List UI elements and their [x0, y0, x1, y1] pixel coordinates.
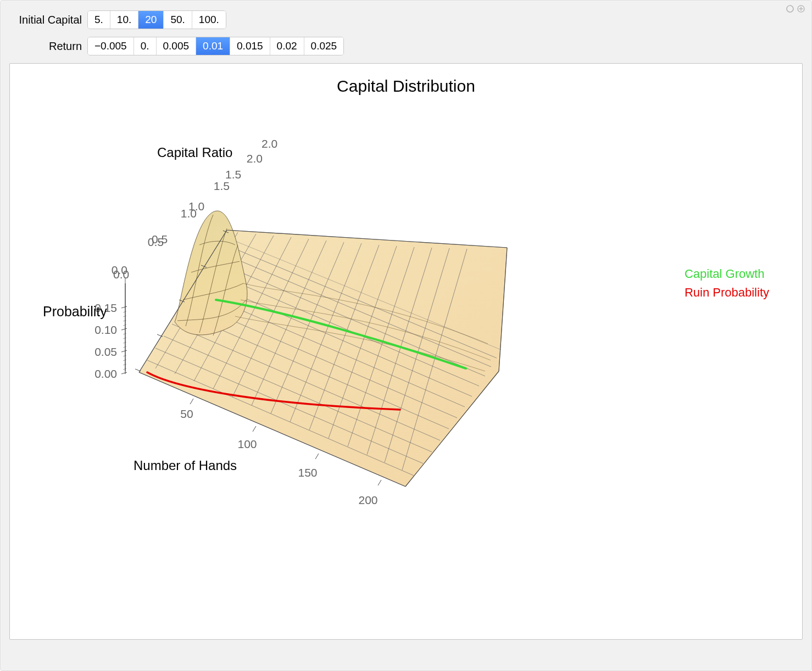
y-axis-label: Capital Ratio: [157, 145, 232, 160]
svg-line-42: [121, 350, 127, 352]
svg-line-52: [123, 333, 126, 334]
return-option[interactable]: 0.005: [157, 37, 197, 55]
svg-line-41: [121, 372, 127, 374]
svg-line-55: [123, 316, 126, 317]
plot-3d-surface[interactable]: 0.00 0.05 0.10 0.15 Probability 0.0 0.5 …: [10, 64, 801, 640]
y-tick-1: 0.5: [148, 236, 164, 248]
return-option[interactable]: 0.025: [304, 37, 344, 55]
svg-line-51: [123, 338, 126, 339]
control-return: Return −0.0050.0.0050.010.0150.020.025: [15, 37, 811, 55]
svg-line-56: [123, 311, 126, 312]
svg-line-65: [378, 480, 381, 485]
y-tick-3: 1.5: [214, 180, 230, 192]
initial-capital-option[interactable]: 20: [138, 11, 164, 29]
initial-capital-label: Initial Capital: [15, 14, 87, 26]
refresh-icon[interactable]: [785, 4, 795, 14]
legend-capital-growth: Capital Growth: [685, 267, 769, 281]
return-label: Return: [15, 40, 87, 53]
svg-line-54: [123, 320, 126, 321]
plus-icon[interactable]: [796, 4, 806, 14]
svg-line-57: [135, 369, 141, 371]
return-option[interactable]: 0.: [134, 37, 157, 55]
legend-ruin-probability: Ruin Probability: [685, 286, 769, 300]
svg-line-63: [253, 426, 256, 432]
z-axis-label: Probability: [43, 304, 107, 319]
legend: Capital Growth Ruin Probability: [685, 267, 769, 304]
z-ticks: [121, 306, 127, 374]
return-option[interactable]: −0.005: [88, 37, 134, 55]
return-option[interactable]: 0.01: [196, 37, 230, 55]
plot-pane: Capital Distribution: [9, 63, 803, 640]
z-tick-1: 0.05: [94, 345, 117, 358]
z-tick-2: 0.10: [94, 323, 117, 336]
controls-area: Initial Capital 5.10.2050.100. Return −0…: [1, 1, 811, 55]
initial-capital-option[interactable]: 5.: [88, 11, 110, 29]
return-option[interactable]: 0.02: [270, 37, 304, 55]
initial-capital-option[interactable]: 100.: [192, 11, 226, 29]
return-setter[interactable]: −0.0050.0.0050.010.0150.020.025: [87, 37, 344, 55]
control-initial-capital: Initial Capital 5.10.2050.100.: [15, 10, 811, 29]
svg-line-64: [315, 454, 319, 459]
panel-corner-controls: [785, 4, 806, 14]
svg-line-44: [121, 306, 127, 308]
x-tick-3: 200: [358, 494, 377, 506]
svg-line-46: [123, 364, 126, 365]
initial-capital-option[interactable]: 10.: [110, 11, 138, 29]
y-tick-2: 1.0: [181, 207, 197, 220]
svg-line-53: [123, 325, 126, 326]
initial-capital-setter[interactable]: 5.10.2050.100.: [87, 10, 226, 29]
svg-line-43: [121, 328, 127, 330]
x-tick-1: 100: [237, 438, 257, 450]
svg-line-48: [123, 355, 126, 356]
surface-peak: [175, 211, 247, 336]
y-tick-4: 2.0: [247, 152, 263, 165]
y-tick-0: 0.0: [112, 264, 127, 276]
svg-line-47: [123, 360, 126, 361]
svg-line-50: [123, 342, 126, 343]
return-option[interactable]: 0.015: [230, 37, 270, 55]
z-tick-0: 0.00: [94, 367, 117, 380]
x-tick-2: 150: [298, 466, 317, 479]
x-tick-0: 50: [180, 407, 193, 420]
x-axis-label: Number of Hands: [134, 458, 237, 473]
svg-line-45: [123, 368, 126, 370]
svg-line-62: [190, 399, 193, 404]
svg-line-49: [123, 346, 126, 348]
manipulate-panel: Initial Capital 5.10.2050.100. Return −0…: [0, 0, 812, 671]
initial-capital-option[interactable]: 50.: [164, 11, 192, 29]
